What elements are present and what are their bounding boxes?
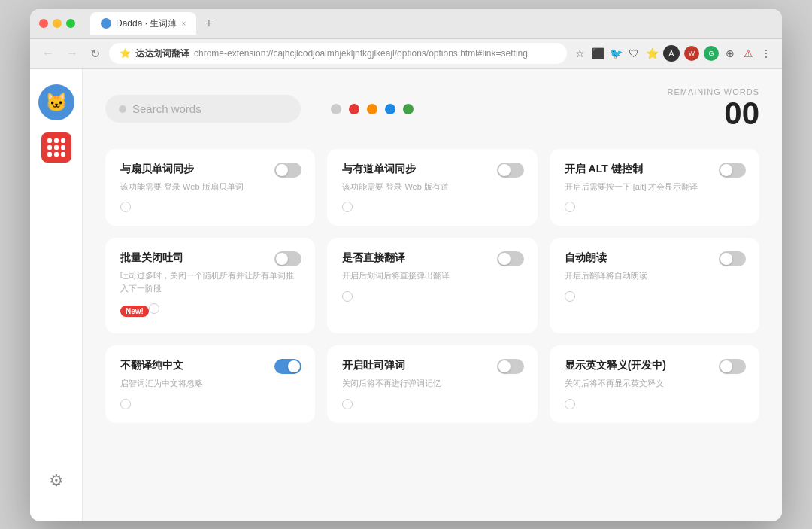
sidebar: 🐱 ⚙ [30,69,83,521]
gear-icon: ⚙ [49,471,64,490]
setting-card-alt-key: 开启 ALT 键控制开启后需要按一下 [alt] 才会显示翻译 [550,149,759,226]
grid-dot [47,138,52,143]
setting-card-no-cn: 不翻译纯中文启智词汇为中文将忽略 [105,345,315,423]
setting-title-sync-youdao: 与有道单词同步 [342,163,522,176]
setting-desc-batch-close: 吐司过多时，关闭一个随机所有并让所有单词推入下一阶段 [120,269,300,294]
setting-radio-sync-youdao[interactable] [342,202,353,212]
search-placeholder: Search words [132,102,201,115]
toggle-popup-toast[interactable] [497,359,524,374]
screenshot-icon[interactable]: ⬛ [591,47,604,60]
grid-dot [61,152,65,157]
search-box[interactable]: Search words [105,95,301,123]
address-input[interactable]: ⭐ 达达划词翻译 chrome-extension://cajhcjlcodjo… [109,43,567,64]
toolbar-icons: ☆ ⬛ 🐦 🛡 ⭐ A W G ⊕ ⚠ ⋮ [573,45,773,62]
toggle-container-batch-close [274,251,301,266]
color-dot-gray[interactable] [331,104,341,114]
grid-dot [54,145,59,150]
setting-desc-direct-translate: 开启后划词后将直接弹出翻译 [342,269,522,282]
tab-close-button[interactable]: × [181,20,186,28]
toggle-container-sync-youdao [497,163,524,178]
main-panel: Search words REMAINING WORDS 00 与扇贝单词同步该… [83,69,782,521]
refresh-button[interactable]: ↻ [87,44,103,64]
setting-title-english-def: 显示英文释义(开发中) [565,359,744,372]
header-row: Search words REMAINING WORDS 00 [105,87,759,131]
grid-dot [54,138,59,143]
toggle-english-def[interactable] [719,359,746,374]
grid-dot [47,145,52,150]
color-filter-dots [331,104,414,114]
setting-desc-auto-read: 开启后翻译将自动朗读 [565,269,744,282]
active-tab[interactable]: Dadda · 生词薄 × [90,12,196,35]
avatar[interactable]: 🐱 [38,84,74,120]
bookmark-icon[interactable]: ☆ [573,47,586,60]
extension-icon-6[interactable]: ⊕ [723,47,737,60]
grid-icon[interactable] [41,132,71,163]
profile-icon[interactable]: A [663,45,680,62]
tab-bar: Dadda · 生词薄 × + [90,12,219,35]
browser-window: Dadda · 生词薄 × + ← → ↻ ⭐ 达达划词翻译 chrome-ex… [30,9,782,521]
setting-radio-english-def[interactable] [565,399,575,409]
setting-title-batch-close: 批量关闭吐司 [120,251,300,265]
setting-radio-direct-translate[interactable] [342,291,353,302]
setting-title-sync-fan: 与扇贝单词同步 [120,163,300,176]
color-dot-red[interactable] [349,104,359,114]
toggle-sync-youdao[interactable] [497,163,524,178]
setting-desc-sync-youdao: 该功能需要 登录 Web 版有道 [342,181,522,193]
setting-desc-english-def: 关闭后将不再显示英文释义 [565,377,744,390]
extension-icon-3[interactable]: ⭐ [645,47,659,60]
extension-icon-1[interactable]: 🐦 [609,47,623,60]
maximize-traffic-light[interactable] [66,19,75,28]
setting-card-sync-youdao: 与有道单词同步该功能需要 登录 Web 版有道 [327,149,537,226]
color-dot-green[interactable] [403,104,414,114]
forward-button[interactable]: → [63,44,81,63]
setting-radio-auto-read[interactable] [565,291,575,302]
setting-radio-popup-toast[interactable] [342,399,353,409]
close-traffic-light[interactable] [39,19,48,28]
toggle-container-sync-fan [274,163,301,178]
url-text: chrome-extension://cajhcjlcodjoalmhjeklj… [194,48,528,59]
minimize-traffic-light[interactable] [53,19,62,28]
setting-title-no-cn: 不翻译纯中文 [120,359,300,372]
setting-radio-sync-fan[interactable] [120,202,131,212]
secure-icon: ⭐ [120,48,131,59]
avatar-emoji: 🐱 [45,92,68,113]
back-button[interactable]: ← [39,44,57,63]
sidebar-bottom: ⚙ [49,471,64,506]
toggle-container-english-def [719,359,746,374]
settings-button[interactable]: ⚙ [49,471,64,491]
toggle-batch-close[interactable] [274,251,301,266]
setting-desc-sync-fan: 该功能需要 登录 Web 版扇贝单词 [120,181,300,193]
setting-card-english-def: 显示英文释义(开发中)关闭后将不再显示英文释义 [550,345,759,423]
setting-desc-popup-toast: 关闭后将不再进行弹词记忆 [342,377,522,390]
toggle-auto-read[interactable] [719,251,746,266]
setting-desc-alt-key: 开启后需要按一下 [alt] 才会显示翻译 [565,181,744,193]
toggle-container-alt-key [719,163,746,178]
toggle-container-direct-translate [497,251,524,266]
traffic-lights [39,19,75,28]
settings-grid: 与扇贝单词同步该功能需要 登录 Web 版扇贝单词与有道单词同步该功能需要 登录… [105,149,759,423]
grid-dot [61,145,65,150]
grid-dot [47,152,52,157]
setting-card-popup-toast: 开启吐司弹词关闭后将不再进行弹词记忆 [327,345,537,423]
tab-title: Dadda · 生词薄 [116,17,177,30]
site-name: 达达划词翻译 [135,47,189,60]
new-badge-batch-close: New! [120,306,149,317]
toggle-direct-translate[interactable] [497,251,524,266]
toggle-no-cn[interactable] [274,359,301,374]
setting-radio-alt-key[interactable] [565,202,575,212]
search-dot-icon [119,105,126,113]
toggle-alt-key[interactable] [719,163,746,178]
new-tab-button[interactable]: + [199,17,218,30]
setting-radio-batch-close[interactable] [149,303,159,314]
setting-radio-no-cn[interactable] [120,399,131,409]
setting-title-alt-key: 开启 ALT 键控制 [565,163,744,176]
extension-icon-5[interactable]: G [704,46,719,61]
toggle-sync-fan[interactable] [274,163,301,178]
color-dot-orange[interactable] [367,104,377,114]
extension-icon-4[interactable]: W [684,46,699,61]
menu-icon[interactable]: ⋮ [759,47,773,60]
color-dot-blue[interactable] [385,104,395,114]
extension-icon-2[interactable]: 🛡 [627,47,641,60]
setting-card-auto-read: 自动朗读开启后翻译将自动朗读 [550,238,759,333]
title-bar: Dadda · 生词薄 × + [30,9,782,39]
